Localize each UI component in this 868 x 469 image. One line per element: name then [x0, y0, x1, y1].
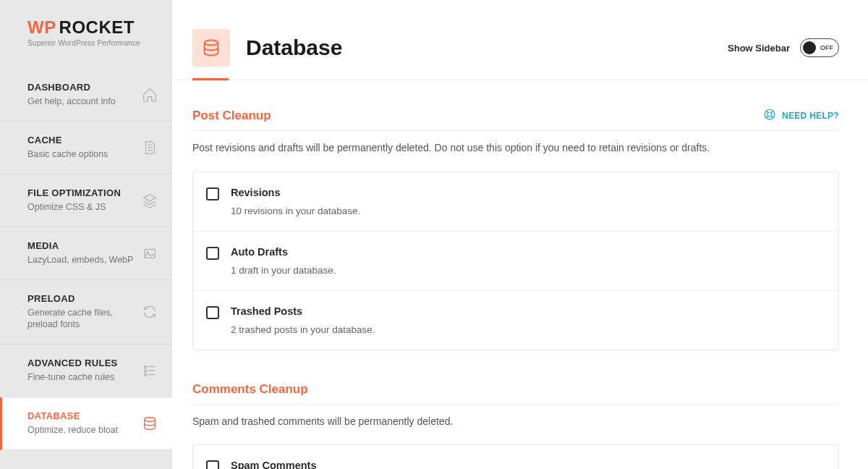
auto-drafts-checkbox[interactable]: [206, 247, 219, 260]
comments-options-list: Spam Comments: [192, 444, 839, 469]
need-help-link[interactable]: NEED HELP?: [763, 108, 839, 123]
option-spam-comments: Spam Comments: [193, 445, 838, 469]
option-desc: 10 revisions in your database.: [231, 206, 360, 216]
sidebar-item-advanced-rules[interactable]: ADVANCED RULES Fine-tune cache rules: [0, 345, 172, 397]
list-icon: [142, 363, 158, 379]
file-icon: [142, 140, 158, 156]
option-title: Revisions: [231, 187, 360, 198]
section-desc: Post revisions and drafts will be perman…: [192, 141, 839, 156]
option-auto-drafts: Auto Drafts 1 draft in your database.: [193, 232, 838, 291]
svg-rect-2: [145, 366, 147, 368]
images-icon: [142, 245, 158, 261]
sidebar-item-desc: Optimize CSS & JS: [27, 201, 121, 214]
option-trashed-posts: Trashed Posts 2 trashed posts in your da…: [193, 291, 838, 350]
home-icon: [142, 87, 158, 103]
main-content: Database Show Sidebar OFF Post Cleanup: [172, 0, 868, 469]
trashed-posts-checkbox[interactable]: [206, 306, 219, 319]
svg-point-8: [767, 112, 772, 117]
page-title: Database: [246, 35, 342, 60]
logo-text: WP ROCKET: [27, 17, 158, 38]
option-title: Spam Comments: [231, 460, 316, 469]
logo-wp: WP: [27, 17, 56, 37]
sidebar-item-desc: Fine-tune cache rules: [27, 371, 118, 384]
sidebar-item-dashboard[interactable]: DASHBOARD Get help, account info: [0, 69, 172, 122]
sidebar-item-title: MEDIA: [27, 240, 133, 251]
option-title: Auto Drafts: [231, 246, 336, 258]
sidebar-item-file-optimization[interactable]: FILE OPTIMIZATION Optimize CSS & JS: [0, 174, 172, 227]
logo-rocket: ROCKET: [59, 17, 135, 37]
post-options-list: Revisions 10 revisions in your database.…: [192, 172, 839, 350]
sidebar-item-title: DATABASE: [27, 410, 118, 421]
toggle-state-label: OFF: [820, 44, 833, 51]
spam-comments-checkbox[interactable]: [206, 460, 219, 469]
sidebar-item-title: ADVANCED RULES: [27, 358, 118, 368]
sidebar-item-desc: Generate cache files, preload fonts: [27, 307, 136, 331]
svg-rect-4: [145, 374, 147, 376]
svg-rect-0: [145, 249, 156, 258]
show-sidebar-toggle[interactable]: OFF: [800, 38, 839, 57]
sidebar-item-desc: Basic cache options: [27, 148, 108, 161]
lifebuoy-icon: [763, 108, 776, 123]
section-title: Post Cleanup: [192, 109, 271, 123]
database-icon: [142, 415, 158, 431]
svg-rect-3: [145, 370, 147, 372]
sidebar-item-desc: Get help, account info: [27, 96, 116, 108]
toggle-knob: [803, 41, 816, 54]
sidebar-item-preload[interactable]: PRELOAD Generate cache files, preload fo…: [0, 280, 172, 345]
option-title: Trashed Posts: [231, 305, 375, 317]
sidebar-item-title: DASHBOARD: [27, 82, 116, 93]
sidebar-item-cache[interactable]: CACHE Basic cache options: [0, 122, 172, 174]
sidebar-item-database[interactable]: DATABASE Optimize, reduce bloat: [0, 397, 172, 450]
logo-tagline: Superior WordPress Performance: [27, 39, 158, 47]
show-sidebar-label: Show Sidebar: [728, 43, 790, 54]
svg-point-5: [145, 418, 156, 422]
option-desc: 1 draft in your database.: [231, 265, 336, 276]
sidebar-item-desc: Optimize, reduce bloat: [27, 424, 118, 436]
page-header: Database Show Sidebar OFF: [172, 0, 868, 80]
sidebar-item-title: FILE OPTIMIZATION: [27, 187, 121, 198]
layers-icon: [142, 193, 158, 208]
section-desc: Spam and trashed comments will be perman…: [192, 415, 839, 429]
refresh-icon: [142, 304, 158, 320]
logo: WP ROCKET Superior WordPress Performance: [0, 17, 172, 69]
option-revisions: Revisions 10 revisions in your database.: [193, 172, 838, 232]
option-desc: 2 trashed posts in your database.: [231, 324, 375, 335]
comments-cleanup-section: Comments Cleanup Spam and trashed commen…: [192, 382, 839, 469]
post-cleanup-section: Post Cleanup NEED HELP? Post revisions a…: [192, 108, 839, 350]
sidebar-item-desc: LazyLoad, embeds, WebP: [27, 254, 133, 266]
sidebar: WP ROCKET Superior WordPress Performance…: [0, 0, 172, 469]
sidebar-item-title: CACHE: [27, 135, 108, 145]
revisions-checkbox[interactable]: [206, 187, 219, 200]
sidebar-item-media[interactable]: MEDIA LazyLoad, embeds, WebP: [0, 227, 172, 280]
need-help-label: NEED HELP?: [782, 111, 839, 121]
header-database-icon: [192, 29, 230, 67]
svg-point-6: [205, 41, 218, 46]
tab-indicator: [192, 78, 229, 80]
section-title: Comments Cleanup: [192, 382, 308, 397]
sidebar-item-title: PRELOAD: [27, 293, 136, 304]
